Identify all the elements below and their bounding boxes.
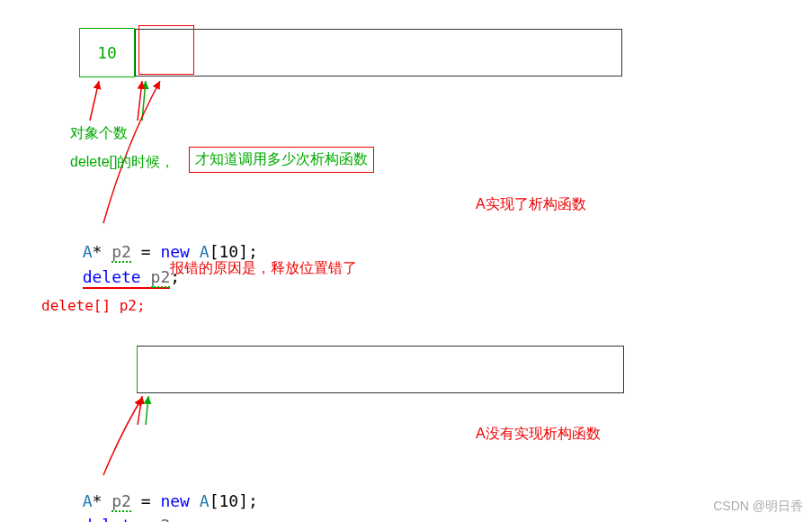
svg-line-3 bbox=[138, 396, 142, 425]
has-destructor-note: A实现了析构函数 bbox=[476, 195, 586, 214]
code1-line2: delete p2; bbox=[63, 248, 180, 286]
delete-array-text: delete[] p2; bbox=[41, 297, 146, 314]
svg-line-4 bbox=[146, 396, 148, 425]
no-destructor-note: A没有实现析构函数 bbox=[476, 425, 601, 444]
svg-line-0 bbox=[90, 81, 99, 121]
memory-bar-bottom bbox=[137, 346, 624, 393]
watermark-text: CSDN @明日香 bbox=[713, 499, 803, 515]
object-count-cell: 10 bbox=[79, 28, 135, 77]
object-count-label: 对象个数 bbox=[70, 124, 128, 143]
red-cell-box bbox=[138, 25, 194, 75]
error-reason-text: 报错的原因是，释放位置错了 bbox=[170, 259, 357, 278]
svg-line-1 bbox=[142, 81, 146, 121]
code1-delete-kw: delete bbox=[83, 267, 141, 286]
object-count-value: 10 bbox=[97, 43, 117, 62]
destructor-count-note: 才知道调用多少次析构函数 bbox=[189, 147, 374, 173]
delete-when-text: delete[]的时候， bbox=[70, 153, 174, 172]
code2-line2: delete p2; bbox=[63, 497, 180, 522]
svg-line-2 bbox=[138, 81, 142, 121]
memory-bar-top bbox=[135, 29, 622, 76]
